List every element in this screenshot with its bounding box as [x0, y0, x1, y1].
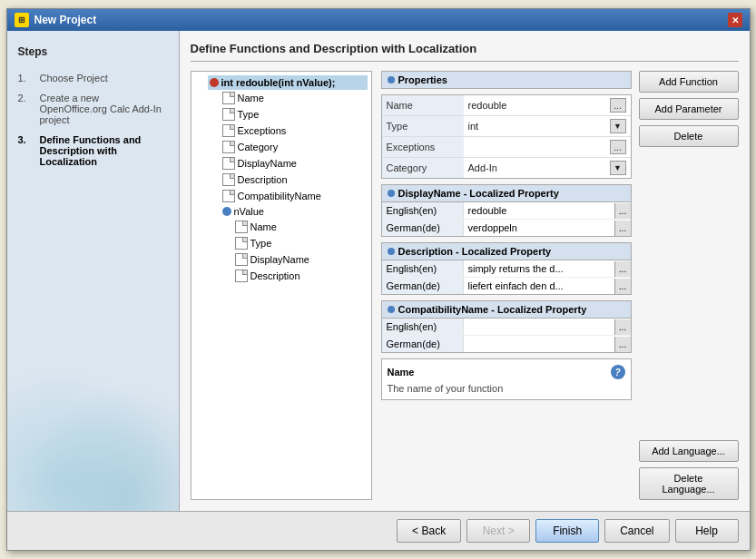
locale-label-de: German(de) [382, 220, 464, 236]
prop-label-exceptions: Exceptions [382, 137, 464, 158]
localized-row: German(de) ... [382, 336, 631, 352]
desc-locale-value-de: liefert einfach den d... [464, 278, 614, 294]
table-row: Name redouble ... [382, 95, 631, 116]
delete-button[interactable]: Delete [639, 125, 739, 147]
doc-icon [222, 124, 235, 137]
tree-panel[interactable]: int redouble(int nValue); Name Type Exce… [191, 71, 372, 500]
prop-label-name: Name [382, 95, 464, 116]
main-body: int redouble(int nValue); Name Type Exce… [191, 71, 739, 500]
titlebar: ⊞ New Project ✕ [7, 9, 750, 31]
right-section: Properties Name redouble [381, 71, 739, 500]
locale-value-en: redouble [464, 202, 614, 219]
dropdown-category[interactable]: ▼ [610, 161, 626, 175]
desc-locale-value-en: simply returns the d... [464, 260, 614, 277]
pin-icon-displayname [388, 190, 395, 197]
tree-item-exceptions[interactable]: Exceptions [221, 123, 368, 139]
localized-row: German(de) liefert einfach den d... ... [382, 278, 631, 294]
add-language-button[interactable]: Add Language... [639, 440, 739, 462]
compatibilityname-section: CompatibilityName - Localized Property E… [381, 300, 632, 353]
desc-locale-ellipsis-de[interactable]: ... [614, 279, 631, 294]
displayname-header: DisplayName - Localized Property [382, 185, 631, 202]
add-function-button[interactable]: Add Function [639, 71, 739, 93]
tree-item-nvalue-description[interactable]: Description [233, 268, 368, 284]
tree-item-compatibilityname[interactable]: CompatibilityName [221, 188, 368, 204]
compat-locale-label-en: English(en) [382, 319, 464, 335]
description-header: Description - Localized Property [382, 243, 631, 260]
localized-row: German(de) verdoppeln ... [382, 220, 631, 236]
pin-icon-compat [388, 306, 395, 313]
next-button[interactable]: Next > [466, 519, 530, 543]
description-section: Description - Localized Property English… [381, 242, 632, 295]
pin-icon-header [388, 76, 395, 83]
dropdown-type[interactable]: ▼ [610, 119, 626, 133]
prop-value-name: redouble ... [464, 95, 631, 116]
tree-item-name[interactable]: Name [221, 90, 368, 106]
localized-row: English(en) simply returns the d... ... [382, 260, 631, 278]
locale-value-de: verdoppeln [464, 220, 614, 236]
info-description: The name of your function [388, 383, 625, 394]
locale-ellipsis-en[interactable]: ... [614, 203, 631, 219]
tree-item-type[interactable]: Type [221, 106, 368, 123]
compat-locale-value-en [464, 324, 614, 329]
doc-icon [222, 92, 235, 104]
doc-icon [235, 270, 248, 282]
tree-item-category[interactable]: Category [221, 139, 368, 155]
tree-item-nvalue[interactable]: nValue [221, 204, 368, 219]
help-button[interactable]: Help [675, 519, 739, 543]
ellipsis-button-name[interactable]: ... [610, 98, 626, 113]
step-item-3: 3. Define Functions and Description with… [18, 134, 168, 167]
close-button[interactable]: ✕ [728, 13, 742, 27]
pin-red-icon [210, 78, 219, 87]
add-parameter-button[interactable]: Add Parameter [639, 98, 739, 120]
properties-area: Properties Name redouble [381, 71, 632, 500]
main-area: Define Functions and Description with Lo… [180, 31, 750, 511]
doc-icon [235, 253, 248, 266]
compat-locale-ellipsis-de[interactable]: ... [614, 337, 631, 352]
tree-item-nvalue-type[interactable]: Type [233, 235, 368, 251]
window-icon: ⊞ [15, 13, 29, 27]
finish-button[interactable]: Finish [535, 519, 599, 543]
tree-item-root[interactable]: int redouble(int nValue); [208, 75, 368, 90]
desc-locale-label-en: English(en) [382, 260, 464, 277]
pin-icon-description [388, 248, 395, 255]
compat-locale-label-de: German(de) [382, 336, 464, 352]
compat-locale-ellipsis-en[interactable]: ... [614, 319, 631, 335]
sidebar-heading: Steps [18, 45, 168, 58]
desc-locale-ellipsis-en[interactable]: ... [614, 261, 631, 277]
step-item-2: 2. Create a new OpenOffice.org Calc Add-… [18, 93, 168, 125]
info-box-title: Name [388, 367, 415, 378]
back-button[interactable]: < Back [397, 519, 461, 543]
table-row: Category Add-In ▼ [382, 158, 631, 179]
tree-item-description[interactable]: Description [221, 172, 368, 188]
side-buttons: Add Function Add Parameter Delete Add La… [639, 71, 739, 500]
cancel-button[interactable]: Cancel [604, 519, 669, 543]
window-title: New Project [34, 14, 97, 26]
content-area: Steps 1. Choose Project 2. Create a new … [7, 31, 750, 511]
footer: < Back Next > Finish Cancel Help [7, 511, 750, 550]
sidebar-decoration [7, 366, 179, 511]
locale-ellipsis-de[interactable]: ... [614, 221, 631, 236]
page-title: Define Functions and Description with Lo… [191, 42, 739, 62]
doc-icon [222, 108, 235, 121]
localized-row: English(en) redouble ... [382, 202, 631, 220]
doc-icon [235, 221, 248, 233]
tree-item-nvalue-name[interactable]: Name [233, 219, 368, 235]
step-item-1: 1. Choose Project [18, 73, 168, 83]
doc-icon [222, 157, 235, 170]
doc-icon [222, 141, 235, 153]
ellipsis-button-exceptions[interactable]: ... [610, 140, 626, 154]
doc-icon [235, 237, 248, 250]
table-row: Exceptions ... [382, 137, 631, 158]
delete-language-button[interactable]: Delete Language... [639, 467, 739, 500]
help-icon: ? [611, 365, 625, 379]
button-spacer [639, 152, 739, 435]
info-box: Name ? The name of your function [381, 358, 632, 400]
compat-locale-value-de [464, 341, 614, 347]
tree-item-displayname[interactable]: DisplayName [221, 155, 368, 172]
table-row: Type int ▼ [382, 116, 631, 137]
main-window: ⊞ New Project ✕ Steps 1. Choose Project … [6, 8, 751, 551]
displayname-section: DisplayName - Localized Property English… [381, 184, 632, 237]
tree-item-nvalue-displayname[interactable]: DisplayName [233, 251, 368, 268]
localized-row: English(en) ... [382, 319, 631, 336]
properties-table: Name redouble ... [381, 94, 632, 179]
